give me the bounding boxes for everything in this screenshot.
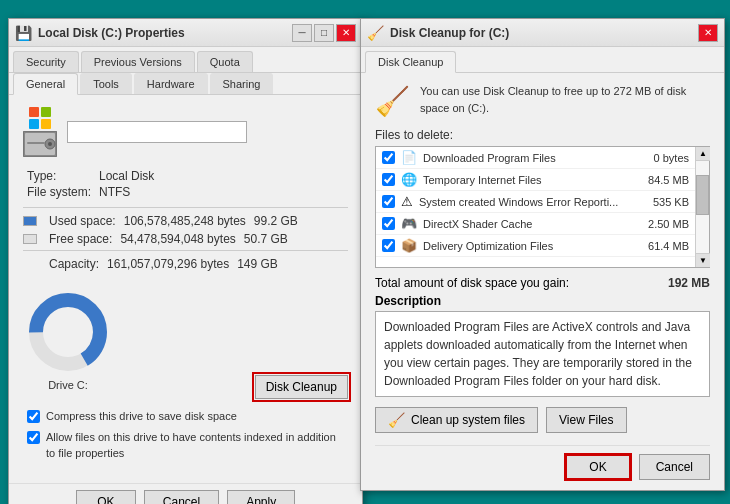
disk-visual: Drive C:	[23, 287, 113, 391]
type-value: Local Disk	[99, 169, 348, 183]
cleanup-actions: 🧹 Clean up system files View Files	[375, 407, 710, 433]
props-apply-button[interactable]: Apply	[227, 490, 295, 504]
total-row: Total amount of disk space you gain: 192…	[375, 276, 710, 290]
file-icon-2: ⚠	[401, 194, 413, 209]
checkbox-compress-row: Compress this drive to save disk space	[23, 409, 348, 424]
tab-general[interactable]: General	[13, 73, 78, 95]
file-size-2: 535 KB	[634, 196, 689, 208]
props-title-icon: 💾	[15, 25, 32, 41]
file-row-0: 📄 Downloaded Program Files 0 bytes	[376, 147, 695, 169]
files-list[interactable]: 📄 Downloaded Program Files 0 bytes 🌐 Tem…	[376, 147, 695, 267]
file-icon-3: 🎮	[401, 216, 417, 231]
cleanup-ok-button[interactable]: OK	[565, 454, 630, 480]
props-minimize-btn[interactable]: ─	[292, 24, 312, 42]
cleanup-cancel-button[interactable]: Cancel	[639, 454, 710, 480]
props-tabs-row2: General Tools Hardware Sharing	[9, 73, 362, 95]
svg-rect-4	[27, 142, 45, 144]
cleanup-footer: OK Cancel	[375, 445, 710, 480]
used-indicator	[23, 216, 37, 226]
cleanup-header-icon: 🧹	[375, 85, 410, 118]
clean-system-label: Clean up system files	[411, 413, 525, 427]
file-icon-4: 📦	[401, 238, 417, 253]
props-tabs-row1: Security Previous Versions Quota	[9, 47, 362, 73]
checkbox-index-row: Allow files on this drive to have conten…	[23, 430, 348, 461]
file-icon-1: 🌐	[401, 172, 417, 187]
drive-label: Drive C:	[48, 379, 88, 391]
description-box: Downloaded Program Files are ActiveX con…	[375, 311, 710, 397]
windows-logo-icon	[29, 107, 51, 129]
file-row-4: 📦 Delivery Optimization Files 61.4 MB	[376, 235, 695, 257]
cleanup-header: 🧹 You can use Disk Cleanup to free up to…	[375, 83, 710, 118]
file-row-3: 🎮 DirectX Shader Cache 2.50 MB	[376, 213, 695, 235]
props-close-btn[interactable]: ✕	[336, 24, 356, 42]
free-label: Free space:	[45, 232, 112, 246]
cleanup-title-text: Disk Cleanup for (C:)	[390, 26, 509, 40]
tab-security[interactable]: Security	[13, 51, 79, 72]
files-list-container: 📄 Downloaded Program Files 0 bytes 🌐 Tem…	[375, 146, 710, 268]
view-files-button[interactable]: View Files	[546, 407, 626, 433]
files-label: Files to delete:	[375, 128, 710, 142]
tab-disk-cleanup[interactable]: Disk Cleanup	[365, 51, 456, 73]
file-size-4: 61.4 MB	[634, 240, 689, 252]
compress-label: Compress this drive to save disk space	[46, 409, 237, 424]
local-disk-properties-dialog: 💾 Local Disk (C:) Properties ─ □ ✕ Secur…	[8, 18, 363, 504]
file-check-1[interactable]	[382, 173, 395, 186]
clean-system-files-button[interactable]: 🧹 Clean up system files	[375, 407, 538, 433]
props-title-bar: 💾 Local Disk (C:) Properties ─ □ ✕	[9, 19, 362, 47]
props-info-grid: Type: Local Disk File system: NTFS	[23, 169, 348, 199]
tab-sharing[interactable]: Sharing	[210, 73, 274, 94]
file-check-3[interactable]	[382, 217, 395, 230]
fs-value: NTFS	[99, 185, 348, 199]
file-size-3: 2.50 MB	[634, 218, 689, 230]
props-ok-button[interactable]: OK	[76, 490, 136, 504]
file-name-3: DirectX Shader Cache	[423, 218, 628, 230]
cleanup-title-icon: 🧹	[367, 25, 384, 41]
tab-quota[interactable]: Quota	[197, 51, 253, 72]
fs-label: File system:	[23, 185, 91, 199]
file-size-0: 0 bytes	[634, 152, 689, 164]
file-name-1: Temporary Internet Files	[423, 174, 628, 186]
tab-hardware[interactable]: Hardware	[134, 73, 208, 94]
cleanup-title-bar: 🧹 Disk Cleanup for (C:) ✕	[361, 19, 724, 47]
desc-title: Description	[375, 294, 710, 308]
tab-previous-versions[interactable]: Previous Versions	[81, 51, 195, 72]
file-check-4[interactable]	[382, 239, 395, 252]
cleanup-content: 🧹 You can use Disk Cleanup to free up to…	[361, 73, 724, 490]
file-size-1: 84.5 MB	[634, 174, 689, 186]
props-maximize-btn[interactable]: □	[314, 24, 334, 42]
capacity-label: Capacity:	[45, 257, 99, 271]
view-files-label: View Files	[559, 413, 613, 427]
index-checkbox[interactable]	[27, 431, 40, 444]
file-icon-0: 📄	[401, 150, 417, 165]
tab-tools[interactable]: Tools	[80, 73, 132, 94]
cleanup-tabs: Disk Cleanup	[361, 47, 724, 73]
index-label: Allow files on this drive to have conten…	[46, 430, 344, 461]
free-bytes: 54,478,594,048 bytes	[120, 232, 235, 246]
file-name-4: Delivery Optimization Files	[423, 240, 628, 252]
type-label: Type:	[23, 169, 91, 183]
file-check-2[interactable]	[382, 195, 395, 208]
compress-checkbox[interactable]	[27, 410, 40, 423]
props-cancel-button[interactable]: Cancel	[144, 490, 219, 504]
capacity-gb: 149 GB	[237, 257, 278, 271]
cleanup-close-btn[interactable]: ✕	[698, 24, 718, 42]
drive-name-input[interactable]	[67, 121, 247, 143]
file-row-2: ⚠ System created Windows Error Reporti..…	[376, 191, 695, 213]
capacity-bytes: 161,057,079,296 bytes	[107, 257, 229, 271]
total-value: 192 MB	[668, 276, 710, 290]
total-label: Total amount of disk space you gain:	[375, 276, 569, 290]
free-gb: 50.7 GB	[244, 232, 288, 246]
file-check-0[interactable]	[382, 151, 395, 164]
used-bytes: 106,578,485,248 bytes	[124, 214, 246, 228]
props-footer: OK Cancel Apply	[9, 483, 362, 504]
disk-cleanup-button[interactable]: Disk Cleanup	[255, 375, 348, 399]
donut-chart	[23, 287, 113, 377]
free-indicator	[23, 234, 37, 244]
file-name-2: System created Windows Error Reporti...	[419, 196, 628, 208]
desc-text: Downloaded Program Files are ActiveX con…	[384, 320, 692, 388]
files-scrollbar[interactable]: ▲ ▼	[695, 147, 709, 267]
used-space-row: Used space: 106,578,485,248 bytes 99.2 G…	[23, 214, 348, 228]
used-gb: 99.2 GB	[254, 214, 298, 228]
used-label: Used space:	[45, 214, 116, 228]
svg-point-3	[48, 142, 52, 146]
